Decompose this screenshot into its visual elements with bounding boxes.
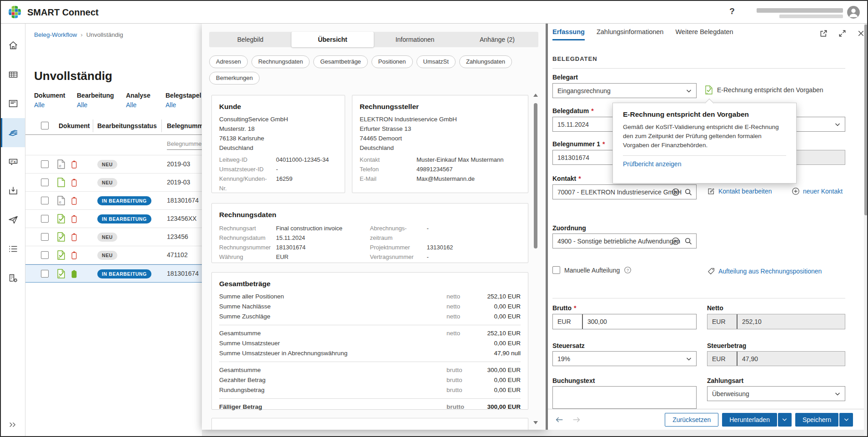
brutto-value[interactable]: 300,00 xyxy=(583,314,696,329)
sidebar-item-list[interactable] xyxy=(1,234,25,263)
manuelle-aufteilung-checkbox[interactable] xyxy=(552,266,560,274)
sidebar-item-document-stack[interactable] xyxy=(1,118,25,147)
zuordnung-input[interactable]: 4900 - Sonstige betriebliche Aufwendunge… xyxy=(552,233,697,248)
filter-value-dropdown[interactable]: Alle xyxy=(34,101,65,109)
gesamt-mode: netto xyxy=(447,312,473,322)
gesamt-label: Summe Zuschläge xyxy=(219,312,447,322)
column-header-bearbeitungsstatus[interactable]: Bearbeitungsstatus xyxy=(97,122,157,129)
expand-panel-icon[interactable] xyxy=(838,29,847,38)
previous-document-button[interactable] xyxy=(554,415,564,425)
row-checkbox[interactable] xyxy=(41,197,49,204)
steuersatz-select[interactable]: 19% xyxy=(552,351,697,366)
required-marker: * xyxy=(578,175,581,182)
neuer-kontakt-link[interactable]: neuer Kontakt xyxy=(792,187,843,195)
sidebar-expand-button[interactable] xyxy=(8,420,18,430)
pruefbericht-anzeigen-link[interactable]: Prüfbericht anzeigen xyxy=(623,160,786,168)
row-checkbox[interactable] xyxy=(41,251,49,259)
row-checkbox[interactable] xyxy=(41,215,49,223)
download-icon xyxy=(8,185,19,196)
detail-value: 13130162 xyxy=(427,243,521,252)
chip-positionen[interactable]: Positionen xyxy=(371,55,413,68)
svg-text:€: € xyxy=(14,160,16,164)
tab-informationen[interactable]: Informationen xyxy=(374,32,456,47)
detail-scrollbar[interactable] xyxy=(533,92,539,426)
buchungstext-textarea[interactable] xyxy=(552,386,697,409)
tab-anhänge-2-[interactable]: Anhänge (2) xyxy=(456,32,538,47)
save-button[interactable]: Speichern xyxy=(795,413,838,427)
e-document-icon: e xyxy=(57,196,65,205)
panel-resizer[interactable] xyxy=(546,24,548,430)
help-circle-icon[interactable]: ? xyxy=(624,266,632,274)
column-header-dokument[interactable]: Dokument xyxy=(59,122,90,129)
document-check-icon: e xyxy=(57,250,65,260)
manuelle-aufteilung-label: Manuelle Aufteilung xyxy=(564,267,620,274)
steuerbetrag-value: 47,90 xyxy=(738,352,845,366)
search-icon[interactable] xyxy=(684,188,692,196)
row-checkbox[interactable] xyxy=(41,233,49,241)
chip-bemerkungen[interactable]: Bemerkungen xyxy=(209,72,260,84)
belegnummer-filter-input[interactable]: Belegnummer xyxy=(167,140,203,150)
row-checkbox[interactable] xyxy=(41,160,49,168)
avatar[interactable] xyxy=(847,5,860,19)
filter-analyse: AnalyseAlle xyxy=(126,92,151,109)
open-in-new-window-icon[interactable] xyxy=(819,29,828,38)
form-footer: Zurücksetzen Herunterladen Speichern xyxy=(548,409,864,430)
detail-value: - xyxy=(276,164,337,174)
sidebar-item-org-settings[interactable] xyxy=(1,263,25,293)
breadcrumb-item[interactable]: Beleg-Workflow xyxy=(34,31,77,38)
search-icon[interactable] xyxy=(684,237,692,245)
battery-empty-icon xyxy=(71,251,77,259)
tab-belegbild[interactable]: Belegbild xyxy=(209,32,291,47)
brutto-input-group[interactable]: EUR 300,00 xyxy=(552,314,697,329)
scroll-down-icon[interactable] xyxy=(533,421,538,424)
select-all-checkbox[interactable] xyxy=(41,122,49,129)
tab-übersicht[interactable]: Übersicht xyxy=(291,32,374,47)
clear-icon[interactable] xyxy=(672,237,680,245)
next-document-button[interactable] xyxy=(572,415,582,425)
aufteilung-aus-positionen-link[interactable]: Aufteilung aus Rechnungspositionen xyxy=(707,267,822,275)
sidebar-item-invoice-euro[interactable]: € xyxy=(1,147,25,176)
page-scrollbar[interactable] xyxy=(864,24,868,436)
belegart-select[interactable]: Eingangsrechnung xyxy=(552,83,697,98)
chip-zahlungsdaten[interactable]: Zahlungsdaten xyxy=(459,55,512,68)
chip-gesamtbeträge[interactable]: Gesamtbeträge xyxy=(313,55,368,68)
tab-zahlungsinformationen[interactable]: Zahlungsinformationen xyxy=(597,28,664,40)
gesamtbetraege-card: Gesamtbeträge Summe aller Positionennett… xyxy=(211,272,528,410)
sidebar-item-download[interactable] xyxy=(1,176,25,205)
filter-value-dropdown[interactable]: Alle xyxy=(126,101,151,109)
zahlungsart-select[interactable]: Überweisung xyxy=(707,386,845,401)
row-checkbox[interactable] xyxy=(41,179,49,186)
sidebar-item-home[interactable] xyxy=(1,31,25,60)
help-icon[interactable]: ? xyxy=(727,6,738,16)
sidebar-item-table[interactable] xyxy=(1,60,25,89)
detail-value: Final construction invoice xyxy=(276,223,370,233)
clear-icon[interactable] xyxy=(672,188,680,196)
chip-rechnungsdaten[interactable]: Rechnungsdaten xyxy=(251,55,310,68)
scroll-up-icon[interactable] xyxy=(533,94,538,97)
e-invoice-valid-icon[interactable]: e xyxy=(704,85,713,94)
gesamt-label: Gesamtsumme xyxy=(219,328,447,338)
gesamtbetraege-card-title: Gesamtbeträge xyxy=(219,280,521,288)
download-button[interactable]: Herunterladen xyxy=(722,413,777,427)
chevron-down-icon xyxy=(781,416,788,423)
chip-umsatzst[interactable]: UmsatzSt xyxy=(416,55,456,68)
tab-weitere-belegdaten[interactable]: Weitere Belegdaten xyxy=(675,28,733,40)
chip-adressen[interactable]: Adressen xyxy=(209,55,248,68)
reset-button[interactable]: Zurücksetzen xyxy=(665,413,718,427)
required-marker: * xyxy=(602,140,605,148)
belegnummer-cell: 181301674 xyxy=(167,197,199,204)
download-options-button[interactable] xyxy=(778,413,792,427)
kontakt-input[interactable]: 70007 - ELEKTRON Industrieservice GmbH xyxy=(552,184,697,199)
filter-value-dropdown[interactable]: Alle xyxy=(77,101,114,109)
gesamt-row: Summe aller Positionennetto252,10 EUR xyxy=(219,292,521,302)
tab-erfassung[interactable]: Erfassung xyxy=(552,28,585,40)
save-options-button[interactable] xyxy=(839,413,853,427)
filter-value-dropdown[interactable]: Alle xyxy=(166,101,201,109)
sidebar-item-send[interactable] xyxy=(1,205,25,234)
chevron-down-icon xyxy=(685,87,692,94)
scrollbar-thumb[interactable] xyxy=(864,25,868,215)
row-checkbox[interactable] xyxy=(41,270,49,278)
kontakt-bearbeiten-link[interactable]: Kontakt bearbeiten xyxy=(707,187,772,195)
sidebar-item-document-card[interactable] xyxy=(1,89,25,118)
scrollbar-thumb[interactable] xyxy=(534,103,537,248)
